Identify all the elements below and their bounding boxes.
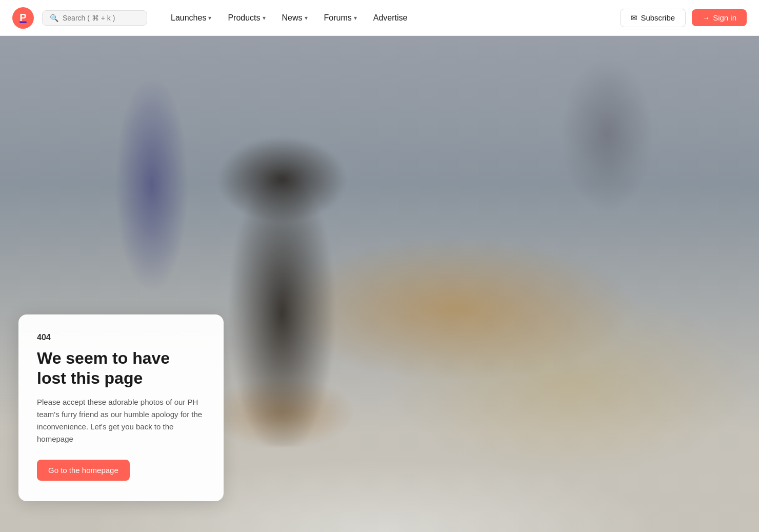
chevron-down-icon: ▾ [263, 14, 266, 22]
search-box[interactable]: 🔍 [42, 10, 147, 26]
hero-section: 404 We seem to have lost this page Pleas… [0, 36, 759, 532]
subscribe-label: Subscribe [641, 13, 675, 22]
nav-item-advertise[interactable]: Advertise [366, 9, 415, 27]
nav-label-advertise: Advertise [373, 13, 408, 23]
error-heading-line2: lost this page [37, 369, 143, 387]
error-code: 404 [37, 333, 205, 342]
homepage-button-label: Go to the homepage [48, 466, 118, 475]
nav-label-products: Products [228, 13, 260, 23]
nav-item-forums[interactable]: Forums ▾ [317, 9, 364, 27]
nav-links: Launches ▾ Products ▾ News ▾ Forums ▾ Ad… [164, 9, 414, 27]
search-input[interactable] [63, 14, 139, 22]
error-heading-line1: We seem to have [37, 349, 170, 367]
error-heading: We seem to have lost this page [37, 348, 205, 388]
subscribe-button[interactable]: ✉ Subscribe [620, 9, 686, 27]
logo: P [12, 7, 34, 29]
envelope-icon: ✉ [631, 13, 637, 23]
chevron-down-icon: ▾ [305, 14, 308, 22]
go-to-homepage-button[interactable]: Go to the homepage [37, 460, 130, 481]
error-description: Please accept these adorable photos of o… [37, 396, 205, 445]
nav-label-forums: Forums [324, 13, 352, 23]
user-icon: → [702, 13, 710, 22]
nav-item-launches[interactable]: Launches ▾ [164, 9, 218, 27]
chevron-down-icon: ▾ [208, 14, 211, 22]
navbar: P 🔍 Launches ▾ Products ▾ News ▾ Forums … [0, 0, 759, 36]
nav-label-news: News [282, 13, 303, 23]
nav-label-launches: Launches [171, 13, 206, 23]
logo-link[interactable]: P [12, 7, 34, 29]
logo-letter: P [19, 12, 26, 24]
nav-item-news[interactable]: News ▾ [275, 9, 315, 27]
error-card: 404 We seem to have lost this page Pleas… [18, 314, 224, 501]
nav-item-products[interactable]: Products ▾ [221, 9, 272, 27]
search-icon: 🔍 [50, 14, 58, 22]
nav-right: ✉ Subscribe → Sign in [620, 9, 747, 27]
signin-label: Sign in [713, 13, 736, 22]
signin-button[interactable]: → Sign in [692, 9, 747, 26]
chevron-down-icon: ▾ [354, 14, 357, 22]
